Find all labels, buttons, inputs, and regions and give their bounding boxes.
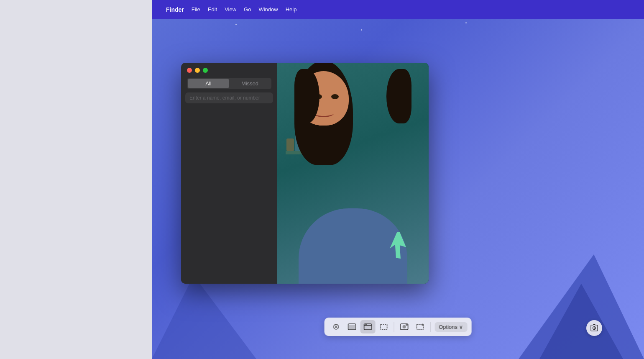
- filter-tabs: All Missed: [187, 78, 271, 89]
- svg-point-12: [402, 325, 406, 328]
- toolbar-separator-2: [430, 322, 430, 332]
- window-controls: [181, 63, 277, 76]
- selection-record-button[interactable]: [412, 320, 427, 333]
- options-button[interactable]: Options ∨: [434, 322, 468, 332]
- svg-point-13: [406, 324, 408, 326]
- svg-rect-5: [349, 325, 355, 329]
- close-capture-button[interactable]: [328, 320, 343, 333]
- toolbar-separator: [394, 322, 394, 332]
- menubar: Finder File Edit View Go Window Help: [152, 0, 644, 19]
- window-close-button[interactable]: [187, 68, 192, 73]
- svg-point-15: [422, 324, 424, 326]
- star-decoration: [465, 22, 467, 23]
- window-capture-button[interactable]: [360, 320, 375, 333]
- options-label: Options: [439, 324, 457, 330]
- window-minimize-button[interactable]: [195, 68, 200, 73]
- mountain-decoration: [152, 275, 256, 359]
- screen-record-button[interactable]: [396, 320, 411, 333]
- camera-capture-button[interactable]: [586, 320, 602, 336]
- facetime-window: All Missed: [181, 63, 429, 284]
- edit-menu[interactable]: Edit: [208, 6, 217, 13]
- calls-panel: All Missed: [181, 63, 277, 284]
- search-input[interactable]: [189, 95, 269, 101]
- eye-right: [331, 94, 339, 99]
- star-decoration: [361, 29, 362, 31]
- svg-marker-0: [387, 232, 414, 260]
- svg-point-8: [365, 324, 365, 325]
- svg-point-17: [594, 328, 595, 329]
- tab-all[interactable]: All: [188, 79, 229, 88]
- hair-front-right: [386, 69, 411, 123]
- app-name-menu[interactable]: Finder: [166, 6, 184, 13]
- screenshot-toolbar: Options ∨: [324, 318, 472, 336]
- window-menu[interactable]: Window: [258, 6, 278, 13]
- desktop: Finder File Edit View Go Window Help: [0, 0, 644, 359]
- selection-capture-button[interactable]: [376, 320, 391, 333]
- help-menu[interactable]: Help: [286, 6, 297, 13]
- chevron-down-icon: ∨: [459, 324, 463, 330]
- desktop-wallpaper: All Missed: [152, 19, 644, 359]
- video-panel: [277, 63, 429, 284]
- window-maximize-button[interactable]: [203, 68, 208, 73]
- view-menu[interactable]: View: [225, 6, 236, 13]
- svg-rect-10: [380, 324, 387, 329]
- go-menu[interactable]: Go: [244, 6, 251, 13]
- fullscreen-capture-button[interactable]: [344, 320, 359, 333]
- hair-front-left: [294, 69, 319, 123]
- file-menu[interactable]: File: [192, 6, 200, 13]
- search-field[interactable]: [185, 92, 273, 103]
- svg-point-9: [366, 324, 367, 325]
- tab-missed[interactable]: Missed: [229, 79, 271, 88]
- green-arrow-indicator: [387, 232, 416, 263]
- star-decoration: [235, 24, 237, 25]
- calls-list: [181, 107, 277, 284]
